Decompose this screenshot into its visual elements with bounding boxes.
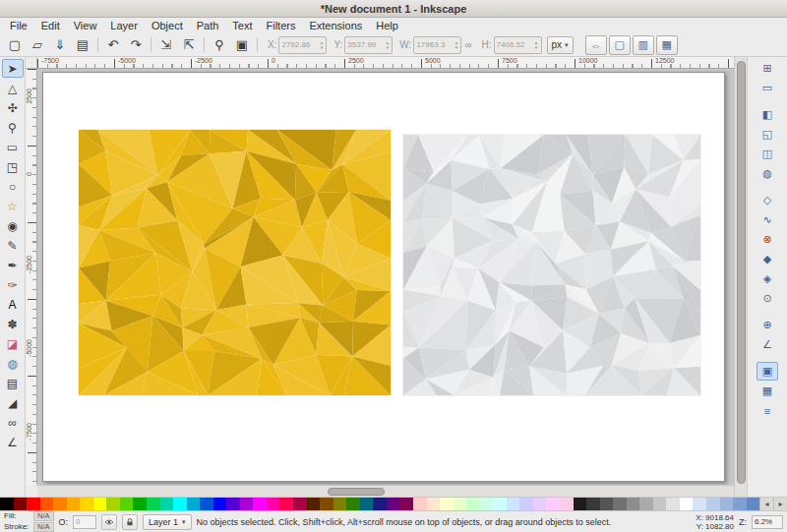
palette-swatch[interactable]: [560, 498, 574, 510]
zoom-input[interactable]: [752, 515, 783, 529]
tool-node-editor[interactable]: △: [2, 79, 24, 97]
palette-swatch[interactable]: [399, 498, 413, 510]
tool-3dbox[interactable]: ◳: [2, 157, 24, 176]
snap-smooth-nodes[interactable]: ◈: [757, 269, 778, 288]
tool-pencil[interactable]: ✎: [2, 236, 24, 255]
snap-bbox-centers[interactable]: ◍: [757, 164, 778, 183]
palette-swatch[interactable]: [226, 498, 240, 510]
export-image-button[interactable]: ⇱: [178, 35, 200, 55]
canvas-viewport[interactable]: [37, 69, 734, 485]
new-document-button[interactable]: ▢: [4, 35, 26, 55]
palette-swatch[interactable]: [253, 498, 267, 510]
palette-swatch[interactable]: [67, 498, 81, 510]
palette-swatch[interactable]: [680, 498, 694, 510]
palette-swatch[interactable]: [187, 498, 201, 510]
palette-swatch[interactable]: [93, 498, 107, 510]
horizontal-scrollbar[interactable]: [37, 485, 734, 497]
transform-gradients-toggle[interactable]: ▥: [633, 35, 654, 55]
menu-help[interactable]: Help: [369, 19, 405, 32]
palette-swatch[interactable]: [693, 498, 706, 510]
palette-swatch[interactable]: [706, 498, 720, 510]
tool-dropper[interactable]: ◢: [2, 393, 24, 412]
palette-swatch[interactable]: [427, 498, 441, 510]
fill-value[interactable]: N/A: [33, 511, 54, 521]
snap-rotation-centers[interactable]: ∠: [757, 335, 778, 354]
snap-paths[interactable]: ∿: [757, 210, 778, 229]
snap-bounding-box[interactable]: ▭: [757, 79, 778, 97]
palette-swatch[interactable]: [279, 498, 293, 510]
palette-swatch[interactable]: [293, 498, 307, 510]
tool-eraser[interactable]: ◪: [2, 334, 24, 353]
menu-filters[interactable]: Filters: [260, 19, 303, 32]
snap-bbox-edges[interactable]: ◧: [757, 105, 778, 124]
palette-swatch[interactable]: [613, 498, 627, 510]
ruler-left[interactable]: 25000-2500-5000-7500: [26, 69, 37, 485]
palette-swatch[interactable]: [173, 498, 187, 510]
snap-midpoints[interactable]: ⊙: [757, 289, 778, 308]
snap-bbox-corners[interactable]: ◱: [757, 125, 778, 144]
snap-cusp-nodes[interactable]: ◆: [757, 250, 778, 268]
palette-swatch[interactable]: [360, 498, 374, 510]
tool-spray[interactable]: ✽: [2, 315, 24, 333]
layer-selector[interactable]: Layer 1 ▾: [143, 514, 192, 530]
tool-rectangle[interactable]: ▭: [2, 138, 24, 156]
palette-swatch[interactable]: [120, 498, 134, 510]
palette-swatch[interactable]: [14, 498, 28, 510]
tool-connector[interactable]: ∞: [2, 413, 24, 432]
palette-swatch[interactable]: [600, 498, 614, 510]
palette-swatch[interactable]: [747, 498, 760, 510]
palette-swatch[interactable]: [653, 498, 667, 510]
snap-guides[interactable]: ≡: [757, 401, 778, 420]
palette-swatch[interactable]: [639, 498, 653, 510]
page-canvas[interactable]: [42, 72, 725, 482]
zoom-drawing-button[interactable]: ⚲: [209, 35, 230, 55]
lock-dimensions-icon[interactable]: ∞: [464, 39, 471, 50]
tool-bezier-pen[interactable]: ✒: [2, 256, 24, 274]
transform-stroke-toggle[interactable]: ⇔: [585, 35, 607, 55]
menu-object[interactable]: Object: [145, 19, 190, 32]
layer-visibility-button[interactable]: [101, 514, 117, 530]
palette-scroll-right-button[interactable]: ▸: [773, 498, 787, 510]
palette-swatch[interactable]: [480, 498, 494, 510]
vertical-scrollbar-thumb[interactable]: [737, 61, 746, 484]
menu-path[interactable]: Path: [190, 19, 226, 32]
snap-path-intersections[interactable]: ⊗: [757, 230, 778, 249]
tool-gradient[interactable]: ▤: [2, 374, 24, 392]
tool-calligraphy[interactable]: ✑: [2, 275, 24, 294]
menu-edit[interactable]: Edit: [34, 19, 67, 32]
snap-page-border[interactable]: ▣: [757, 362, 778, 381]
tool-measure[interactable]: ∠: [2, 433, 24, 451]
palette-swatch[interactable]: [240, 498, 254, 510]
palette-swatch[interactable]: [413, 498, 427, 510]
palette-scroll-left-button[interactable]: ◂: [759, 498, 773, 510]
import-image-button[interactable]: ⇲: [155, 35, 177, 55]
palette-swatch[interactable]: [27, 498, 40, 510]
stroke-value[interactable]: N/A: [33, 522, 54, 532]
tool-zoom[interactable]: ⚲: [2, 118, 24, 137]
snap-master-toggle[interactable]: ⊞: [757, 59, 778, 78]
palette-swatch[interactable]: [200, 498, 213, 510]
menu-view[interactable]: View: [67, 19, 104, 32]
palette-swatch[interactable]: [733, 498, 747, 510]
palette-swatch[interactable]: [133, 498, 147, 510]
palette-swatch[interactable]: [493, 498, 507, 510]
palette-swatch[interactable]: [53, 498, 67, 510]
unit-select[interactable]: px▾: [547, 36, 574, 54]
palette-swatch[interactable]: [213, 498, 227, 510]
open-document-button[interactable]: ▱: [27, 35, 48, 55]
palette-swatch[interactable]: [346, 498, 360, 510]
menu-layer[interactable]: Layer: [103, 19, 145, 32]
palette-swatch[interactable]: [80, 498, 93, 510]
save-document-button[interactable]: ⇓: [49, 35, 71, 55]
vertical-scrollbar[interactable]: [734, 57, 747, 497]
tool-spiral[interactable]: ◉: [2, 216, 24, 235]
menu-text[interactable]: Text: [225, 19, 259, 32]
palette-swatch[interactable]: [440, 498, 454, 510]
palette-swatch[interactable]: [333, 498, 347, 510]
palette-swatch[interactable]: [267, 498, 280, 510]
palette-swatch[interactable]: [574, 498, 587, 510]
palette-swatch[interactable]: [0, 498, 14, 510]
tool-selector[interactable]: ➤: [2, 59, 24, 78]
transform-patterns-toggle[interactable]: ▦: [656, 35, 678, 55]
palette-swatch[interactable]: [40, 498, 54, 510]
